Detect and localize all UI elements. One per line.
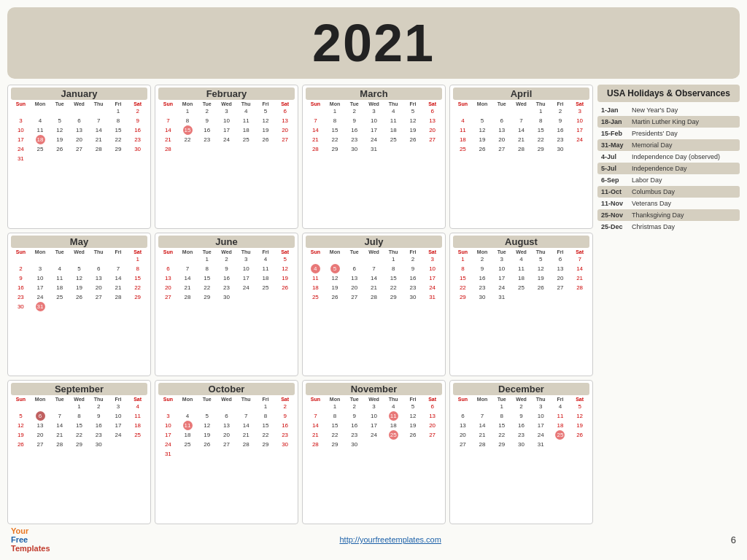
day-header-sat: Sat xyxy=(570,101,589,106)
day-cell: 17 xyxy=(158,430,178,440)
day-cell: 7 xyxy=(570,254,589,264)
holiday-date: 31-May xyxy=(601,141,629,149)
day-cell: 18 xyxy=(511,273,531,283)
day-cell: 7 xyxy=(89,116,109,125)
holiday-item: 25-NovThanksgiving Day xyxy=(597,209,740,221)
logo-free: Free xyxy=(11,535,28,544)
day-cell: 22 xyxy=(492,430,511,440)
day-headers: SunMonTueWedThuFriSat xyxy=(11,249,147,254)
day-header-sun: Sun xyxy=(306,397,325,402)
holiday-name: Veterans Day xyxy=(632,200,671,207)
footer-url[interactable]: http://yourfreetemplates.com xyxy=(339,535,441,544)
day-cell: 14 xyxy=(178,273,198,283)
day-cell: 30 xyxy=(275,440,295,449)
day-cell: 8 xyxy=(531,116,551,125)
day-cell: 21 xyxy=(511,135,531,144)
day-cell: 27 xyxy=(551,283,570,292)
day-cell: 3 xyxy=(31,264,50,273)
day-cell: 1 xyxy=(325,106,345,116)
day-cell xyxy=(89,254,109,264)
day-cell: 18 xyxy=(236,125,256,135)
holiday-item: 31-MayMemorial Day xyxy=(597,139,740,151)
day-cell xyxy=(236,449,256,459)
day-cell: 17 xyxy=(531,421,551,430)
day-cell: 19 xyxy=(197,430,217,440)
day-cell: 30 xyxy=(11,302,31,311)
day-cell: 3 xyxy=(570,106,589,116)
day-cell xyxy=(89,302,109,311)
day-cell: 9 xyxy=(511,411,531,421)
day-cell: 24 xyxy=(364,135,384,144)
day-header-mon: Mon xyxy=(473,397,492,402)
day-cell: 20 xyxy=(31,430,50,440)
day-cell xyxy=(31,106,50,116)
day-cell: 1 xyxy=(69,402,89,411)
day-header-fri: Fri xyxy=(109,397,128,402)
day-cell: 23 xyxy=(344,135,364,144)
day-cell: 27 xyxy=(31,440,50,449)
day-cell: 24 xyxy=(364,430,384,440)
holiday-item: 5-JulIndependence Day xyxy=(597,163,740,174)
day-cell: 25 xyxy=(306,292,325,302)
month-name-december: December xyxy=(453,383,589,395)
day-cell: 27 xyxy=(275,135,295,144)
day-cell: 24 xyxy=(570,135,589,144)
day-header-wed: Wed xyxy=(511,101,531,106)
day-header-fri: Fri xyxy=(403,249,423,254)
day-cell: 25 xyxy=(178,440,198,449)
footer: Your Free Templates http://yourfreetempl… xyxy=(7,524,740,553)
day-cell xyxy=(178,402,198,411)
day-cell xyxy=(256,144,276,154)
day-cell: 13 xyxy=(31,421,50,430)
day-cell: 2 xyxy=(89,402,109,411)
holiday-date: 1-Jan xyxy=(601,106,629,114)
day-cell: 23 xyxy=(473,283,492,292)
days-grid: 1234567891011121314151617181920212223242… xyxy=(158,254,295,302)
day-cell: 11 xyxy=(551,411,570,421)
day-header-wed: Wed xyxy=(217,249,236,254)
day-cell: 8 xyxy=(325,116,345,125)
day-cell: 20 xyxy=(453,430,473,440)
month-name-june: June xyxy=(158,236,295,248)
day-cell: 21 xyxy=(178,283,198,292)
day-cell: 9 xyxy=(217,264,236,273)
day-header-tue: Tue xyxy=(197,249,217,254)
day-cell: 25 xyxy=(31,144,50,154)
day-header-sat: Sat xyxy=(128,101,147,106)
day-cell: 10 xyxy=(109,411,128,421)
holiday-item: 11-NovVeterans Day xyxy=(597,198,740,209)
day-cell: 15 xyxy=(256,421,276,430)
day-header-sun: Sun xyxy=(453,397,473,402)
day-cell: 27 xyxy=(344,292,364,302)
day-cell xyxy=(344,254,364,264)
day-cell xyxy=(197,449,217,459)
day-header-fri: Fri xyxy=(256,249,276,254)
day-header-sat: Sat xyxy=(275,397,295,402)
day-header-sun: Sun xyxy=(453,101,473,106)
day-cell: 29 xyxy=(492,440,511,449)
day-cell: 9 xyxy=(89,411,109,421)
day-cell: 30 xyxy=(89,440,109,449)
day-cell: 8 xyxy=(384,264,403,273)
day-header-wed: Wed xyxy=(217,101,236,106)
day-cell: 18 xyxy=(31,135,50,144)
day-cell: 21 xyxy=(50,430,69,440)
day-cell: 12 xyxy=(256,116,276,125)
day-header-sun: Sun xyxy=(11,249,31,254)
day-cell: 26 xyxy=(403,430,423,440)
day-cell: 29 xyxy=(197,292,217,302)
month-block-march: MarchSunMonTueWedThuFriSat12345678910111… xyxy=(302,85,446,229)
day-cell: 10 xyxy=(217,116,236,125)
days-grid: 1234567891011121314151617181920212223242… xyxy=(11,402,147,449)
day-cell: 28 xyxy=(178,292,198,302)
day-cell: 13 xyxy=(89,273,109,283)
day-header-tue: Tue xyxy=(492,249,511,254)
day-headers: SunMonTueWedThuFriSat xyxy=(453,249,589,254)
day-cell: 17 xyxy=(217,125,236,135)
day-cell: 1 xyxy=(531,106,551,116)
day-cell: 12 xyxy=(69,273,89,283)
month-block-october: OctoberSunMonTueWedThuFriSat123456789101… xyxy=(155,380,298,524)
day-cell: 22 xyxy=(325,135,345,144)
month-block-june: JuneSunMonTueWedThuFriSat123456789101112… xyxy=(155,233,298,377)
day-cell: 19 xyxy=(531,273,551,283)
